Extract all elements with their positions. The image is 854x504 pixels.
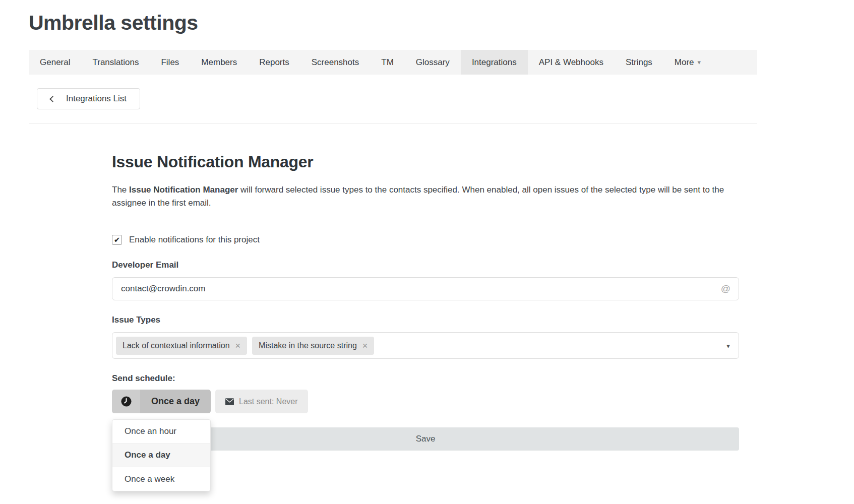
enable-notifications-checkbox[interactable]: ✔ xyxy=(112,235,122,245)
schedule-option-once-an-hour[interactable]: Once an hour xyxy=(112,420,210,444)
tab-screenshots[interactable]: Screenshots xyxy=(300,50,371,75)
integrations-list-back-button[interactable]: Integrations List xyxy=(37,88,140,109)
tab-tm[interactable]: TM xyxy=(370,50,405,75)
schedule-selected-label: Once a day xyxy=(140,390,211,413)
page-title: Umbrella settings xyxy=(29,11,854,35)
remove-tag-icon[interactable]: × xyxy=(362,341,368,350)
schedule-options-menu: Once an hour Once a day Once a week xyxy=(112,419,211,491)
back-button-label: Integrations List xyxy=(66,94,127,104)
issue-type-tag-label: Lack of contextual information xyxy=(123,341,230,350)
send-schedule-label: Send schedule: xyxy=(112,373,739,384)
chevron-down-icon: ▾ xyxy=(698,58,701,66)
description-prefix: The xyxy=(112,185,129,195)
last-sent-label: Last sent: Never xyxy=(239,397,298,406)
issue-type-tag-label: Mistake in the source string xyxy=(259,341,357,350)
chevron-left-icon xyxy=(49,96,56,102)
tab-more-label: More xyxy=(675,57,694,68)
clock-icon xyxy=(112,390,140,413)
tab-reports[interactable]: Reports xyxy=(248,50,300,75)
issue-types-label: Issue Types xyxy=(112,315,739,325)
issue-type-tag: Mistake in the source string × xyxy=(252,337,374,355)
tab-members[interactable]: Members xyxy=(190,50,248,75)
developer-email-label: Developer Email xyxy=(112,260,739,270)
description-bold: Issue Notification Manager xyxy=(129,185,238,195)
schedule-dropdown-button[interactable]: Once a day xyxy=(112,390,211,413)
schedule-option-once-a-day[interactable]: Once a day xyxy=(112,444,210,467)
last-sent-badge: Last sent: Never xyxy=(215,390,308,413)
tab-more[interactable]: More ▾ xyxy=(663,50,712,75)
issue-type-tag: Lack of contextual information × xyxy=(116,337,247,355)
tab-strings[interactable]: Strings xyxy=(615,50,663,75)
tab-api-webhooks[interactable]: API & Webhooks xyxy=(528,50,615,75)
tab-files[interactable]: Files xyxy=(150,50,190,75)
enable-notifications-label[interactable]: Enable notifications for this project xyxy=(129,235,260,245)
schedule-option-once-a-week[interactable]: Once a week xyxy=(112,467,210,491)
issue-notification-form: Issue Notification Manager The Issue Not… xyxy=(112,153,739,451)
section-divider xyxy=(29,123,757,123)
chevron-down-icon[interactable]: ▾ xyxy=(726,342,730,350)
form-heading: Issue Notification Manager xyxy=(112,153,739,171)
issue-types-select[interactable]: Lack of contextual information × Mistake… xyxy=(112,332,739,359)
form-description: The Issue Notification Manager will forw… xyxy=(112,183,739,210)
remove-tag-icon[interactable]: × xyxy=(235,341,241,350)
tab-glossary[interactable]: Glossary xyxy=(405,50,461,75)
tab-general[interactable]: General xyxy=(29,50,81,75)
tab-translations[interactable]: Translations xyxy=(81,50,150,75)
at-sign-icon: @ xyxy=(721,283,730,294)
envelope-icon xyxy=(225,398,234,405)
developer-email-input[interactable] xyxy=(112,277,739,300)
settings-tab-bar: General Translations Files Members Repor… xyxy=(29,50,757,75)
tab-integrations[interactable]: Integrations xyxy=(461,50,528,75)
checkmark-icon: ✔ xyxy=(114,235,120,244)
